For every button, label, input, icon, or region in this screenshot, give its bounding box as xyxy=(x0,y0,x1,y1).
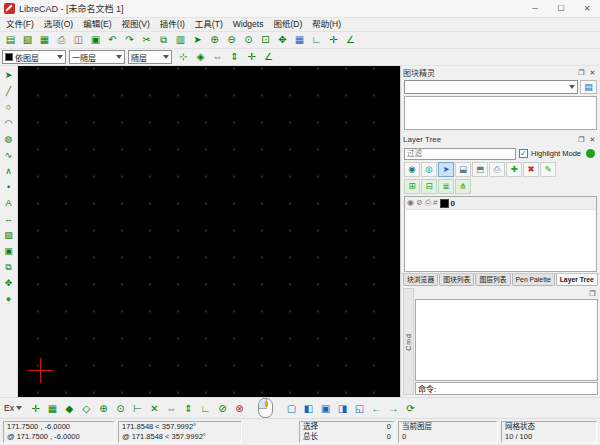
pointer-tool-icon[interactable]: ➤ xyxy=(1,67,17,83)
cut-icon[interactable]: ✂ xyxy=(138,32,155,48)
edit-layer-icon[interactable]: ✎ xyxy=(540,162,556,177)
library-category-combo[interactable] xyxy=(404,80,578,94)
add-layer-icon[interactable]: ✚ xyxy=(506,162,522,177)
menu-options[interactable]: 选项(O) xyxy=(39,18,78,31)
menu-plugins[interactable]: 插件(I) xyxy=(155,18,190,31)
layer-construction-icon[interactable]: # xyxy=(433,198,437,208)
copy-icon[interactable]: ⧉ xyxy=(155,32,172,48)
export-image-icon[interactable]: ▣ xyxy=(87,32,104,48)
pan-icon[interactable]: ✥ xyxy=(274,32,291,48)
print-icon[interactable]: ⎙ xyxy=(53,32,70,48)
pen-width-combo[interactable]: 一随层 xyxy=(69,50,125,64)
menu-edit[interactable]: 编辑(E) xyxy=(78,18,116,31)
command-history[interactable] xyxy=(415,299,598,381)
tab-layer-list[interactable]: 图层列表 xyxy=(475,274,510,286)
order-tool-icon[interactable]: ● xyxy=(1,291,17,307)
snap-free-icon[interactable]: ✛ xyxy=(27,400,44,417)
menu-view[interactable]: 视图(V) xyxy=(116,18,154,31)
snap-center-icon[interactable]: ⊕ xyxy=(95,400,112,417)
set-relative-zero-icon[interactable]: ⊗ xyxy=(231,400,248,417)
print-layers-icon[interactable]: ⎙ xyxy=(489,162,505,177)
layer-row[interactable]: ◉⊘⎙# 0 xyxy=(405,197,596,210)
highlight-mode-checkbox[interactable]: ✓ xyxy=(519,149,528,158)
redo-icon[interactable]: ↷ xyxy=(121,32,138,48)
spline-tool-icon[interactable]: ∿ xyxy=(1,147,17,163)
highlight-color-button[interactable] xyxy=(584,147,597,160)
unlock-all-layers-icon[interactable]: ⬒ xyxy=(472,162,488,177)
previous-view-icon[interactable]: ← xyxy=(368,400,385,417)
restrict-horizontal-icon[interactable]: ⇔ xyxy=(209,49,226,65)
hide-all-layers-icon[interactable]: ◎ xyxy=(421,162,437,177)
command-dock-handle[interactable]: Cmd xyxy=(403,288,414,395)
close-dock-icon[interactable]: ✕ xyxy=(587,134,598,145)
library-browse-button[interactable]: ▤ xyxy=(580,80,597,94)
snap-endpoint-icon[interactable]: ◆ xyxy=(61,400,78,417)
snap-on-entity-icon[interactable]: ◇ xyxy=(78,400,95,417)
zoom-auto-icon[interactable]: ⊙ xyxy=(240,32,257,48)
pointer-icon[interactable]: ➤ xyxy=(189,32,206,48)
block-tool-icon[interactable]: ⧉ xyxy=(1,259,17,275)
save-icon[interactable]: ▦ xyxy=(36,32,53,48)
snap-toggle-icon[interactable]: ✛ xyxy=(325,32,342,48)
pen-color-combo[interactable]: 依图层 xyxy=(2,50,66,64)
zoom-window-icon[interactable]: ⊡ xyxy=(257,32,274,48)
chevron-down-icon[interactable] xyxy=(16,406,22,410)
command-input[interactable] xyxy=(415,382,598,395)
hatch-tool-icon[interactable]: ▨ xyxy=(1,227,17,243)
restrict-orthogonal-icon[interactable]: ∟ xyxy=(197,400,214,417)
redraw-view-icon[interactable]: ⟳ xyxy=(402,400,419,417)
restrict-vertical-icon[interactable]: ⇕ xyxy=(226,49,243,65)
layer-print-icon[interactable]: ⎙ xyxy=(425,198,431,208)
relative-zero-icon[interactable]: ⊹ xyxy=(175,49,192,65)
point-tool-icon[interactable]: • xyxy=(1,179,17,195)
fullscreen-view-icon[interactable]: ◱ xyxy=(351,400,368,417)
menu-file[interactable]: 文件(F) xyxy=(1,18,39,31)
tab-pen-palette[interactable]: Pen Palette xyxy=(512,274,555,286)
angle-snap-icon[interactable]: ∠ xyxy=(342,32,359,48)
lock-relative-zero-icon[interactable]: ◈ xyxy=(192,49,209,65)
ellipse-tool-icon[interactable]: ◍ xyxy=(1,131,17,147)
ortho-icon[interactable]: ∟ xyxy=(308,32,325,48)
layer-visible-icon[interactable]: ◉ xyxy=(407,198,414,208)
show-all-layers-icon[interactable]: ◉ xyxy=(404,162,420,177)
restrict-horizontal-icon[interactable]: ⇔ xyxy=(163,400,180,417)
tab-layer-tree[interactable]: Layer Tree xyxy=(556,274,598,286)
library-preview-list[interactable] xyxy=(404,96,597,130)
new-file-icon[interactable]: ▤ xyxy=(2,32,19,48)
menu-drawings[interactable]: 图纸(D) xyxy=(268,18,307,31)
draft-view-icon[interactable]: ▢ xyxy=(283,400,300,417)
lock-relative-zero-icon[interactable]: ⊘ xyxy=(214,400,231,417)
maximize-button[interactable]: ☐ xyxy=(548,0,574,17)
layer-lock-icon[interactable]: ⊘ xyxy=(416,198,423,208)
next-view-icon[interactable]: → xyxy=(385,400,402,417)
restrict-free-icon[interactable]: ✛ xyxy=(243,49,260,65)
menu-tools[interactable]: 工具(T) xyxy=(190,18,228,31)
split-view-icon[interactable]: ◨ xyxy=(334,400,351,417)
expand-all-icon[interactable]: ⊞ xyxy=(404,179,420,194)
zoom-in-icon[interactable]: ⊕ xyxy=(206,32,223,48)
arc-tool-icon[interactable]: ◠ xyxy=(1,115,17,131)
tab-block-browser[interactable]: 块浏览器 xyxy=(403,274,438,286)
text-tool-icon[interactable]: A xyxy=(1,195,17,211)
snap-intersection-icon[interactable]: ✕ xyxy=(146,400,163,417)
paste-icon[interactable]: ▥ xyxy=(172,32,189,48)
window-view-icon[interactable]: ▣ xyxy=(317,400,334,417)
close-button[interactable]: ✕ xyxy=(574,0,600,17)
pen-linetype-combo[interactable]: 随层 xyxy=(128,50,172,64)
collapse-all-icon[interactable]: ⊟ xyxy=(421,179,437,194)
open-file-icon[interactable]: ▧ xyxy=(19,32,36,48)
lock-all-layers-icon[interactable]: ⬓ xyxy=(455,162,471,177)
snap-distance-icon[interactable]: ⊢ xyxy=(129,400,146,417)
print-preview-view-icon[interactable]: ◧ xyxy=(300,400,317,417)
float-dock-icon[interactable]: ❐ xyxy=(587,288,598,299)
polyline-tool-icon[interactable]: ∧ xyxy=(1,163,17,179)
snap-middle-icon[interactable]: ⊙ xyxy=(112,400,129,417)
zoom-out-icon[interactable]: ⊖ xyxy=(223,32,240,48)
grid-icon[interactable]: ▦ xyxy=(291,32,308,48)
construction-mode-icon[interactable]: ∠ xyxy=(260,49,277,65)
dimension-tool-icon[interactable]: ↔ xyxy=(1,211,17,227)
undo-icon[interactable]: ↶ xyxy=(104,32,121,48)
print-preview-icon[interactable]: ◫ xyxy=(70,32,87,48)
float-dock-icon[interactable]: ❐ xyxy=(576,67,587,78)
snap-grid-icon[interactable]: ▦ xyxy=(44,400,61,417)
